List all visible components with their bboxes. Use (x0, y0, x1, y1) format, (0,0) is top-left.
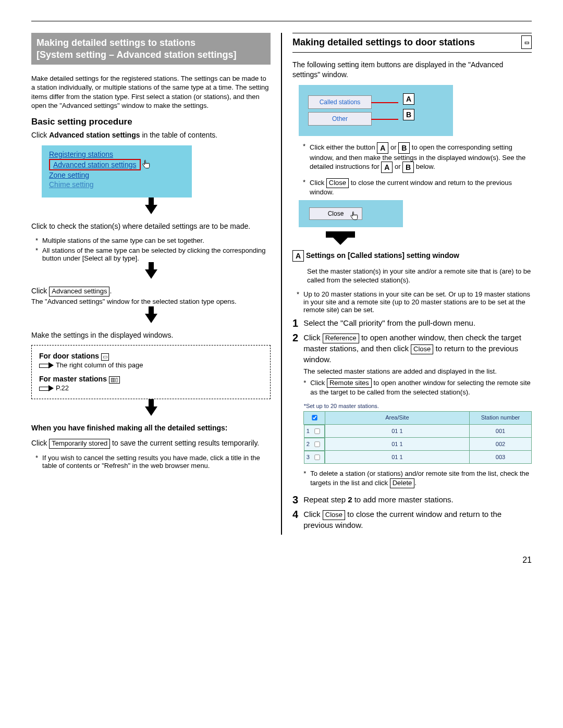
bullet-1: *Multiple stations of the same type can … (35, 237, 271, 244)
station-type-box: For door stations ▭ The right column of … (31, 345, 271, 399)
toc-link-3: Zone setting (49, 170, 185, 180)
door-station-icon: ▭ (521, 35, 532, 49)
table-row: 101 1001 (304, 424, 532, 438)
set-master-text: Set the master station(s) in your site a… (307, 267, 532, 285)
col-station: Station number (470, 411, 532, 424)
close-button[interactable]: Close (411, 344, 433, 354)
make-settings-line: Make the settings in the displayed windo… (31, 330, 271, 340)
door-stations-row: For door stations ▭ The right column of … (39, 352, 263, 369)
click-adv-settings: Click Advanced settings. The "Advanced s… (31, 286, 271, 306)
bullet-2: *All stations of the same type can be se… (35, 246, 271, 262)
step-1: 1Select the "Call priority" from the pul… (292, 318, 532, 328)
click-ab-bullet: * Click either the button A or B to open… (303, 142, 532, 173)
master-stations-table: *Set up to 20 master stations. Area/Site… (303, 401, 532, 464)
click-check-line: Click to check the station(s) where deta… (31, 221, 271, 231)
master-stations-row: For master stations ▥▯ P.22 (39, 375, 263, 392)
delete-bullet: * To delete a station (or stations) and/… (303, 469, 532, 488)
reference-arrow-icon (39, 362, 54, 368)
close-button[interactable]: Close (323, 510, 345, 520)
row-checkbox[interactable] (314, 454, 320, 460)
callout-line (371, 119, 398, 120)
reference-button[interactable]: Reference (323, 334, 359, 343)
two-column-layout: Making detailed settings to stations [Sy… (31, 33, 532, 535)
label-b: B (403, 109, 414, 120)
right-sub-header: Making detailed settings to door station… (292, 33, 532, 53)
flow-arrow-wide-icon (331, 236, 350, 245)
row-checkbox[interactable] (314, 441, 320, 447)
toc-screenshot: Registering stations Advanced station se… (42, 145, 192, 198)
remote-sites-button[interactable]: Remote sites (327, 378, 372, 388)
settings-a-heading: A Settings on [Called stations] setting … (292, 250, 532, 262)
flow-arrow-icon (145, 269, 157, 279)
step-4: 4Click Close to close the current window… (292, 509, 532, 530)
door-station-icon: ▭ (101, 353, 109, 361)
step-2: 2 Click Reference to open another window… (292, 332, 532, 490)
col-check (304, 411, 325, 424)
delete-button[interactable]: Delete (390, 478, 415, 488)
upto-bullet: *Up to 20 master stations in your site c… (297, 290, 532, 314)
advanced-settings-button[interactable]: Advanced settings (49, 287, 109, 297)
other-button[interactable]: Other (308, 112, 372, 126)
toc-link-2-selected: Advanced station settings (49, 159, 141, 170)
finished-heading: When you have finished making all the de… (31, 423, 271, 433)
toc-link-4: Chime setting (49, 180, 185, 189)
flow-arrow-icon (145, 205, 157, 214)
label-a: A (403, 93, 414, 105)
intro-paragraph: Make detailed settings for the registere… (31, 74, 271, 110)
right-column: Making detailed settings to door station… (282, 33, 532, 535)
page-top-rule (31, 21, 532, 21)
flow-arrow-icon (145, 314, 157, 323)
hand-cursor-icon (349, 211, 359, 222)
table-row: 301 1003 (304, 451, 532, 464)
left-column: Making detailed settings to stations [Sy… (31, 33, 281, 535)
header-title: Making detailed settings to stations (36, 38, 195, 48)
temp-stored-line: Click Temporarily stored to save the cur… (31, 438, 271, 449)
click-adv-line: Click Advanced station settings in the t… (31, 130, 271, 140)
reference-arrow-icon (39, 385, 54, 391)
advanced-settings-screenshot: Called stations Other A B (299, 85, 453, 136)
toc-link-1: Registering stations (49, 150, 185, 159)
callout-line (371, 102, 398, 103)
called-stations-button[interactable]: Called stations (308, 95, 372, 109)
temporarily-stored-button[interactable]: Temporarily stored (49, 439, 110, 449)
section-header-gray: Making detailed settings to stations [Sy… (31, 33, 271, 65)
flow-arrow-icon (145, 406, 157, 416)
master-station-icon: ▥▯ (109, 376, 120, 384)
right-intro: The following setting item buttons are d… (292, 60, 532, 80)
header-sub: [System setting – Advanced station setti… (36, 50, 236, 60)
row-checkbox[interactable] (314, 428, 320, 434)
close-screenshot: Close (299, 200, 403, 227)
close-button[interactable]: Close (326, 178, 349, 188)
click-close-bullet: * Click Close to close the current windo… (303, 178, 532, 196)
header-checkbox[interactable] (312, 415, 317, 420)
table-row: 201 1002 (304, 438, 532, 451)
basic-heading: Basic setting procedure (31, 117, 271, 127)
hand-cursor-icon (141, 159, 151, 170)
cancel-bullet: *If you wish to cancel the setting resul… (35, 454, 271, 470)
remote-sites-bullet: * Click Remote sites to open another win… (303, 378, 532, 397)
col-area: Area/Site (325, 411, 469, 424)
page-number: 21 (31, 556, 532, 565)
step-3: 3Repeat step 2 to add more master statio… (292, 495, 532, 505)
